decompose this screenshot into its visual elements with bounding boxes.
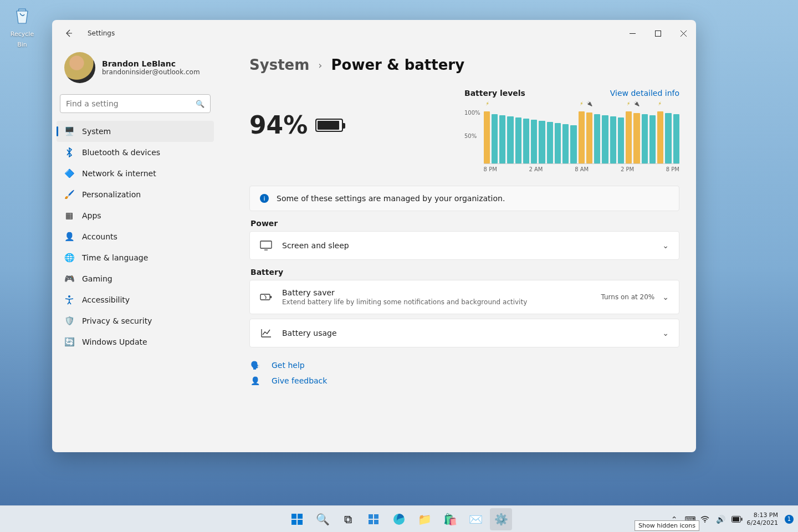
volume-icon[interactable]: 🔊 [716, 515, 726, 524]
feedback-icon: 👤 [250, 376, 260, 385]
svg-rect-8 [298, 520, 303, 525]
user-profile[interactable]: Brandon LeBlanc brandoninsider@outlook.c… [57, 47, 214, 93]
file-explorer-button[interactable]: 📁 [413, 508, 436, 530]
store-button[interactable]: 🛍️ [439, 508, 461, 530]
nav-label: Gaming [82, 274, 112, 283]
chart-bar [665, 113, 671, 163]
user-name: Brandon LeBlanc [102, 59, 200, 68]
sidebar-item-accessibility[interactable]: Accessibility [57, 289, 214, 310]
charge-marker [507, 101, 515, 109]
charge-marker [554, 101, 562, 109]
recycle-bin-icon [11, 4, 33, 27]
card-meta: Turns on at 20% [601, 293, 654, 301]
chart-bar [633, 113, 640, 163]
chart-bar [657, 111, 663, 163]
start-button[interactable] [286, 508, 308, 530]
svg-rect-10 [374, 514, 378, 519]
wifi-icon[interactable] [700, 515, 710, 523]
notification-badge[interactable]: 1 [785, 515, 794, 524]
sidebar-item-apps[interactable]: ▦Apps [57, 205, 214, 226]
sidebar-item-windows-update[interactable]: 🔄Windows Update [57, 331, 214, 352]
give-feedback-link[interactable]: 👤 Give feedback [249, 373, 679, 388]
battery-tray-icon[interactable] [732, 516, 741, 523]
nav-icon: 🌐 [64, 253, 74, 263]
breadcrumb-parent[interactable]: System [249, 57, 309, 73]
nav-label: Windows Update [82, 337, 147, 346]
charge-marker [499, 101, 507, 109]
clock[interactable]: 8:13 PM 6/24/2021 [747, 511, 778, 526]
chart-bar [523, 119, 529, 163]
ytick: 100% [464, 110, 480, 116]
battery-saver-card[interactable]: Battery saver Extend battery life by lim… [249, 280, 679, 314]
chart-bar [499, 115, 505, 163]
charge-marker: 🔌 [585, 101, 593, 109]
task-view-button[interactable]: ⧉ [337, 508, 359, 530]
settings-taskbar-button[interactable]: ⚙️ [490, 508, 512, 530]
nav-label: Accessibility [82, 295, 130, 304]
sidebar-item-network-internet[interactable]: 🔷Network & internet [57, 163, 214, 184]
chart-bar [586, 112, 592, 163]
battery-percentage: 94% [249, 111, 308, 139]
svg-rect-6 [298, 514, 303, 519]
maximize-button[interactable] [645, 20, 671, 47]
nav-icon [64, 147, 74, 157]
sidebar-item-time-language[interactable]: 🌐Time & language [57, 247, 214, 268]
charge-marker: ⚡ [625, 101, 632, 109]
screen-sleep-icon [260, 239, 272, 252]
nav-icon: 🎮 [64, 274, 74, 284]
chart-bar [484, 111, 490, 163]
chart-bar [555, 123, 561, 163]
chart-bar [562, 124, 569, 163]
edge-button[interactable] [388, 508, 410, 530]
tray-tooltip: Show hidden icons [635, 520, 699, 531]
svg-rect-7 [291, 520, 296, 525]
search-input[interactable] [66, 99, 196, 108]
screen-and-sleep-card[interactable]: Screen and sleep ⌄ [249, 231, 679, 260]
link-text: Give feedback [272, 376, 327, 385]
get-help-link[interactable]: 🗣️ Get help [249, 357, 679, 373]
settings-window: Settings Brandon LeBlanc brandoninsider@… [52, 20, 696, 452]
card-title: Battery usage [282, 329, 337, 337]
charge-marker [594, 101, 601, 109]
sidebar-item-privacy-security[interactable]: 🛡️Privacy & security [57, 310, 214, 331]
xtick: 8 AM [575, 166, 589, 172]
recycle-bin[interactable]: Recycle Bin [6, 4, 39, 49]
minimize-button[interactable] [620, 20, 645, 47]
battery-usage-card[interactable]: Battery usage ⌄ [249, 319, 679, 347]
svg-point-1 [68, 295, 70, 298]
chevron-down-icon: ⌄ [662, 293, 669, 301]
close-button[interactable] [671, 20, 696, 47]
charge-marker [562, 101, 570, 109]
chevron-down-icon: ⌄ [662, 329, 669, 337]
main-content: System › Power & battery 94% Battery lev… [218, 47, 696, 452]
back-button[interactable] [62, 27, 75, 40]
nav-icon [64, 295, 74, 305]
xtick: 2 PM [621, 166, 634, 172]
nav-label: Apps [82, 211, 101, 220]
sidebar-item-accounts[interactable]: 👤Accounts [57, 226, 214, 247]
info-icon: i [260, 194, 269, 203]
search-taskbar-button[interactable]: 🔍 [311, 508, 334, 530]
charge-marker [492, 101, 499, 109]
search-input-wrap[interactable]: 🔍 [60, 94, 211, 113]
charge-marker [539, 101, 546, 109]
xtick: 8 PM [484, 166, 497, 172]
tray-date: 6/24/2021 [747, 519, 778, 526]
svg-rect-11 [369, 520, 373, 524]
sidebar-item-gaming[interactable]: 🎮Gaming [57, 268, 214, 289]
sidebar-item-bluetooth-devices[interactable]: Bluetooth & devices [57, 142, 214, 163]
mail-button[interactable]: ✉️ [464, 508, 487, 530]
chart-bar [649, 115, 656, 163]
charge-marker: ⚡ [577, 101, 585, 109]
view-detailed-info-link[interactable]: View detailed info [610, 89, 679, 98]
search-icon: 🔍 [196, 100, 204, 108]
nav-label: Privacy & security [82, 316, 152, 325]
chart-bar [579, 111, 585, 163]
widgets-button[interactable] [362, 508, 385, 530]
sidebar-item-system[interactable]: 🖥️System [57, 121, 214, 142]
charge-marker [530, 101, 538, 109]
sidebar-item-personalization[interactable]: 🖌️Personalization [57, 184, 214, 205]
nav-label: Accounts [82, 232, 117, 241]
section-header-power: Power [250, 219, 679, 228]
charge-marker: ⚡ [484, 101, 492, 109]
